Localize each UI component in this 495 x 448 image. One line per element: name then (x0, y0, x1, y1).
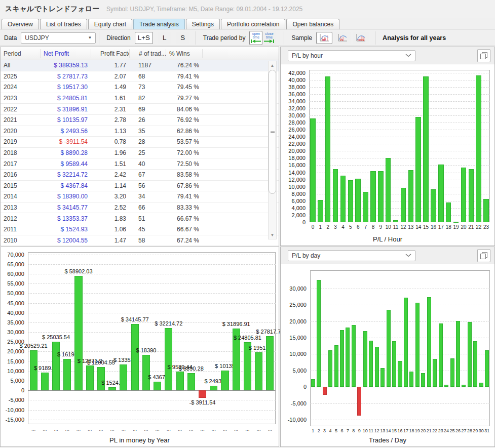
column-header-period[interactable]: Period (1, 49, 40, 58)
x-tick-label: ... (65, 426, 69, 432)
close-time-button[interactable]: closetime (262, 31, 276, 45)
x-tick-label: 23 (438, 428, 443, 433)
column-header-wins[interactable]: % Wins (166, 49, 202, 58)
y-tick-label: 12,000 (281, 177, 306, 183)
tab-trade-analysis[interactable]: Trade analysis (133, 19, 185, 29)
table-row[interactable]: 2021$ 10135.972.782676.92 % (1, 115, 279, 126)
copy-chart-button[interactable] (477, 249, 490, 262)
x-tick-label: ... (223, 426, 227, 432)
scroll-up-button[interactable]: ▲ (269, 61, 276, 69)
open-time-button[interactable]: opentime (249, 31, 262, 45)
table-row[interactable]: 2020$ 2493.561.133562.86 % (1, 126, 279, 137)
chart-title: Trades / Day (281, 436, 494, 444)
gridline (309, 73, 490, 73)
cell-period: 2015 (1, 182, 40, 189)
cell-net: $ 9589.44 (40, 160, 91, 168)
tab-settings[interactable]: Settings (186, 19, 220, 29)
chart-title: P/L / Hour (281, 235, 494, 243)
y-tick-label: 40,000 (281, 77, 306, 83)
tab-open-balances[interactable]: Open balances (286, 19, 339, 29)
column-header-net-profit[interactable]: Net Profit (40, 49, 91, 58)
direction-l-button[interactable]: L (158, 32, 171, 44)
y-tick-label: 32,000 (281, 105, 306, 111)
table-row[interactable]: 2013$ 34145.772.526683.33 % (1, 202, 279, 214)
bar (392, 341, 396, 387)
y-tick-label: 30,000 (1, 329, 24, 335)
tab-overview[interactable]: Overview (2, 19, 39, 29)
x-tick-label: ... (189, 426, 193, 432)
x-tick-label: 13 (380, 428, 385, 433)
gridline (309, 80, 490, 80)
tab-equity-chart[interactable]: Equity chart (88, 19, 132, 29)
table-row[interactable]: 2015$ 4367.841.145667.86 % (1, 181, 279, 192)
tab-list-of-trades[interactable]: List of trades (40, 19, 87, 29)
y-tick-label: -5,000 (281, 400, 307, 406)
bar-value-label: $ 25035.54 (42, 334, 70, 340)
hour-chart-select[interactable]: P/L by hour (288, 50, 415, 61)
tab-portfolio-correlation[interactable]: Portfolio correlation (221, 19, 285, 29)
direction-s-button[interactable]: S (176, 32, 189, 44)
bar (325, 76, 330, 222)
gridline (28, 420, 276, 420)
x-tick-label: 27 (461, 428, 466, 433)
table-row[interactable]: 2010$ 12004.551.475867.24 % (1, 235, 279, 247)
cell-wins: 79.41 % (166, 73, 202, 80)
direction-label: Direction (106, 34, 130, 42)
bar-value-label: $ 4367. (148, 374, 167, 380)
table-scrollbar[interactable]: ▲ ▼ (268, 61, 277, 239)
table-row[interactable]: All$ 389359.131.77118776.24 % (1, 60, 279, 71)
y-tick-label: 2,000 (281, 212, 306, 218)
table-row[interactable]: 2012$ 13353.371.835166.67 % (1, 213, 279, 224)
bar (433, 359, 437, 387)
column-header-profit-factor[interactable]: Profit Factor (91, 49, 129, 58)
sample-all-button[interactable]: all (316, 32, 332, 44)
cell-pf: 2.42 (91, 171, 129, 178)
data-symbol-select[interactable]: USDJPY ▼ (21, 32, 96, 44)
bar (52, 342, 60, 390)
x-tick-label: 6 (357, 224, 360, 230)
sample-oos-button[interactable]: oos (353, 32, 369, 44)
bar (310, 118, 315, 222)
sample-is-button[interactable]: is (334, 32, 351, 44)
scrollbar-thumb[interactable] (269, 70, 276, 194)
y-tick-label: 20,000 (281, 318, 307, 324)
table-row[interactable]: 2022$ 31896.912.316984.06 % (1, 104, 279, 115)
cell-n: 25 (129, 149, 166, 156)
table-row[interactable]: 2018$ 8890.281.962572.00 % (1, 148, 279, 159)
cell-pf: 1.14 (91, 182, 129, 189)
x-tick-label: 5 (349, 224, 352, 230)
y-tick-label: 50,000 (1, 290, 24, 296)
y-tick-label: 0 (281, 384, 307, 390)
copy-chart-button[interactable] (477, 49, 490, 62)
x-tick-label: 2 (326, 224, 329, 230)
day-chart: -10,000-5,00005,00010,00015,00020,00025,… (281, 264, 494, 446)
cell-wins: 83.33 % (166, 204, 202, 211)
trade-period-label: Trade period by (203, 34, 246, 42)
table-row[interactable]: 2024$ 19517.301.497379.45 % (1, 82, 279, 93)
table-row[interactable]: 2017$ 9589.441.514072.50 % (1, 158, 279, 170)
table-row[interactable]: 2011$ 1524.931.064566.67 % (1, 224, 279, 235)
table-row[interactable]: 2016$ 32214.722.426783.58 % (1, 170, 279, 181)
table-header: Period Net Profit Profit Factor # of tra… (1, 47, 279, 60)
day-chart-select[interactable]: P/L by day (288, 250, 415, 261)
bar (421, 373, 425, 387)
bar-value-label: $ 24805.81 (234, 335, 261, 341)
y-tick-label: 0 (281, 219, 306, 225)
scroll-down-button[interactable]: ▼ (269, 231, 276, 239)
table-row[interactable]: 2019$ -3911.540.782853.57 % (1, 137, 279, 148)
bar (476, 75, 481, 222)
table-row[interactable]: 2023$ 24805.811.618279.27 % (1, 93, 279, 104)
bar (108, 387, 116, 390)
cell-n: 56 (129, 182, 166, 189)
bar (210, 386, 217, 391)
table-row[interactable]: 2025$ 27817.732.076879.41 % (1, 71, 279, 83)
column-header-trades[interactable]: # of trad... (129, 49, 166, 58)
bar (334, 345, 338, 387)
bar-value-label: $ 58902.03 (64, 268, 92, 274)
bar-value-label: $ 20529.21 (20, 343, 48, 349)
gridline (309, 151, 490, 151)
cell-period: 2022 (1, 106, 40, 113)
x-tick-label: ... (256, 426, 260, 432)
table-row[interactable]: 2014$ 18390.003.203479.41 % (1, 191, 279, 202)
direction-ls-button[interactable]: L+S (135, 32, 153, 44)
